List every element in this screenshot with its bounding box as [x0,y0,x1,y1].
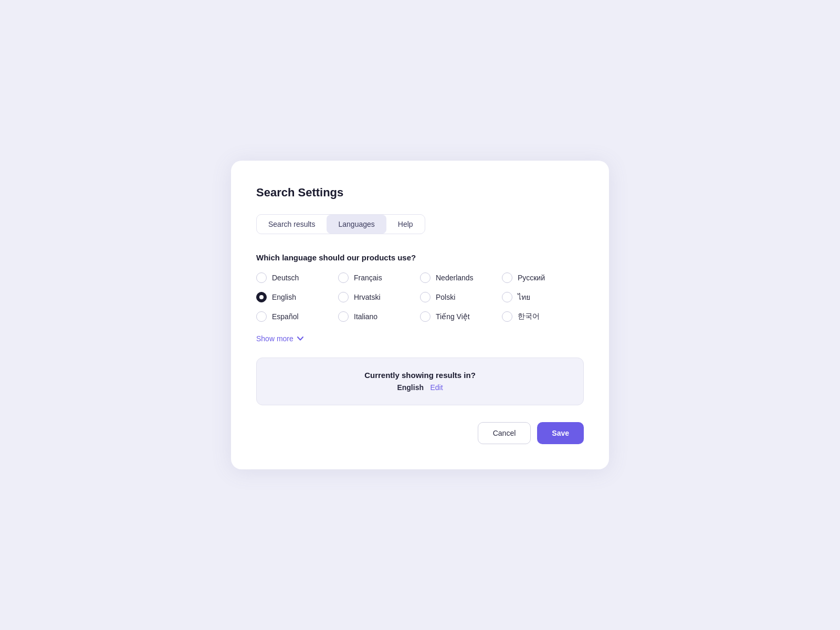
current-results-row: English Edit [269,383,571,392]
radio-francais [338,272,349,283]
current-results-box: Currently showing results in? English Ed… [256,358,584,405]
language-option-korean[interactable]: 한국어 [502,311,584,322]
language-option-francais[interactable]: Français [338,272,420,283]
language-option-hrvatski[interactable]: Hrvatski [338,291,420,303]
radio-russian [502,272,512,283]
modal-title: Search Settings [256,186,584,200]
show-more-button[interactable]: Show more [256,334,304,343]
search-settings-modal: Search Settings Search results Languages… [231,161,609,469]
radio-nederlands [420,272,430,283]
tab-languages[interactable]: Languages [327,215,386,234]
radio-vietnamese [420,311,430,322]
radio-thai [502,292,512,302]
save-button[interactable]: Save [537,422,584,444]
radio-hrvatski [338,292,349,302]
tab-help[interactable]: Help [386,215,425,234]
radio-espanol [256,311,267,322]
language-option-thai[interactable]: ไทย [502,291,584,303]
language-option-espanol[interactable]: Español [256,311,338,322]
radio-english [256,292,267,302]
tab-search-results[interactable]: Search results [257,215,327,234]
radio-italiano [338,311,349,322]
language-option-deutsch[interactable]: Deutsch [256,272,338,283]
language-option-polski[interactable]: Polski [420,291,502,303]
language-option-vietnamese[interactable]: Tiếng Việt [420,311,502,322]
language-option-russian[interactable]: Русский [502,272,584,283]
radio-korean [502,311,512,322]
radio-polski [420,292,430,302]
chevron-down-icon [297,335,304,342]
language-option-nederlands[interactable]: Nederlands [420,272,502,283]
language-option-english[interactable]: English [256,291,338,303]
edit-language-button[interactable]: Edit [430,383,443,392]
languages-grid: Deutsch Français Nederlands Русский Engl… [256,272,584,322]
current-results-title: Currently showing results in? [269,371,571,380]
language-option-italiano[interactable]: Italiano [338,311,420,322]
radio-english-inner [259,295,264,299]
language-question: Which language should our products use? [256,253,584,262]
cancel-button[interactable]: Cancel [478,422,531,444]
show-more-label: Show more [256,334,293,343]
footer-actions: Cancel Save [256,422,584,444]
radio-deutsch [256,272,267,283]
tab-bar: Search results Languages Help [256,214,425,234]
current-results-language: English [397,383,424,392]
